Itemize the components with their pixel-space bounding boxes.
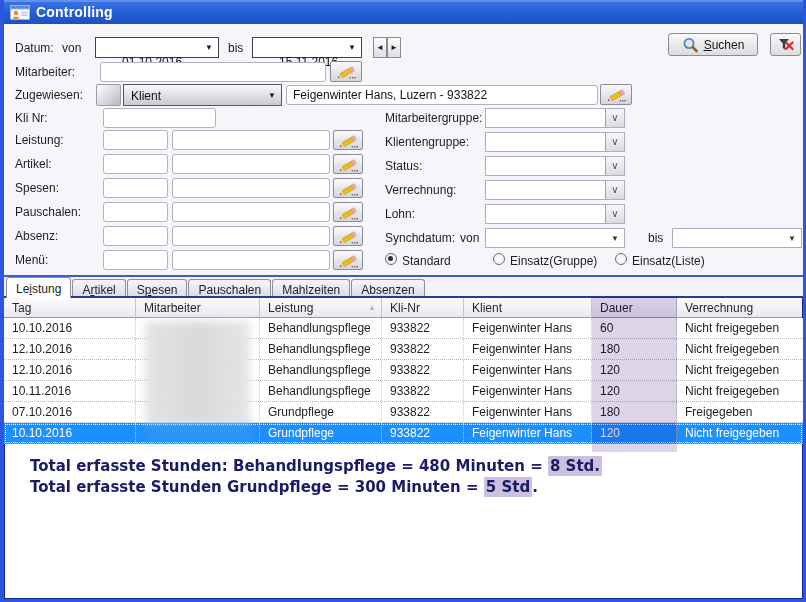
dropdown-arrow-icon: ▼ (348, 44, 356, 52)
cell-kli-nr: 933822 (382, 360, 464, 380)
column-header-tag[interactable]: Tag (4, 298, 136, 318)
zugewiesen-type-value: Klient (131, 89, 161, 103)
zugewiesen-input[interactable]: Feigenwinter Hans, Luzern - 933822 (286, 85, 598, 105)
table-row[interactable]: 10.10.2016 Behandlungspflege 933822 Feig… (4, 318, 803, 339)
search-button[interactable]: Suchen (668, 33, 758, 56)
synchdatum-von-picker[interactable]: . . : : ▼ (485, 228, 625, 248)
cell-leistung: Grundpflege (260, 402, 382, 422)
mitarbeiter-edit-button[interactable] (330, 61, 362, 82)
absenz-text-input[interactable] (172, 226, 330, 246)
zugewiesen-edit-button[interactable] (600, 84, 632, 105)
search-icon (682, 37, 699, 53)
date-next-button[interactable]: ► (387, 37, 401, 58)
search-label: Suchen (704, 38, 745, 52)
column-header-mitarbeiter[interactable]: Mitarbeiter (136, 298, 260, 318)
cell-tag: 12.10.2016 (4, 360, 136, 380)
menu-code-input[interactable] (103, 250, 168, 270)
mitarbeiter-input[interactable] (100, 62, 326, 82)
column-header-dauer[interactable]: Dauer (592, 298, 677, 318)
cell-leistung: Behandlungspflege (260, 318, 382, 338)
zugewiesen-toggle-button[interactable] (96, 84, 121, 106)
klientengruppe-combo[interactable]: ∨ (485, 132, 625, 152)
chevron-down-icon[interactable]: ∨ (605, 109, 624, 127)
menu-text-input[interactable] (172, 250, 330, 270)
app-icon (10, 5, 30, 20)
field-label: Mitarbeitergruppe: (385, 111, 482, 125)
table-row[interactable]: 07.10.2016 Grundpflege 933822 Feigenwint… (4, 402, 803, 423)
datum-bis-label: bis (228, 41, 243, 55)
cell-mitarbeiter (136, 339, 260, 359)
menu-edit-button[interactable] (333, 250, 363, 270)
cell-mitarbeiter (136, 318, 260, 338)
cell-tag: 10.10.2016 (4, 318, 136, 338)
lohn-combo[interactable]: ∨ (485, 204, 625, 224)
cell-klient: Feigenwinter Hans (464, 423, 592, 443)
absenz-code-input[interactable] (103, 226, 168, 246)
cell-leistung: Behandlungspflege (260, 339, 382, 359)
date-prev-button[interactable]: ◄ (373, 37, 387, 58)
filter-row-lohn: Lohn: ∨ (4, 204, 803, 226)
synch-von-label: von (460, 231, 479, 245)
pencil-icon (336, 64, 357, 79)
datum-bis-picker[interactable]: 15.11.2016 ▼ (252, 37, 362, 58)
chevron-down-icon[interactable]: ∨ (605, 133, 624, 151)
column-header-kli-nr[interactable]: Kli-Nr (382, 298, 464, 318)
table-row[interactable]: 10.11.2016 Behandlungspflege 933822 Feig… (4, 381, 803, 402)
mitarbeitergruppe-combo[interactable]: ∨ (485, 108, 625, 128)
cell-mitarbeiter (136, 423, 260, 443)
cell-tag: 10.10.2016 (4, 423, 136, 443)
table-row[interactable]: 12.10.2016 Behandlungspflege 933822 Feig… (4, 360, 803, 381)
cell-klient: Feigenwinter Hans (464, 360, 592, 380)
zugewiesen-type-combo[interactable]: Klient ▼ (123, 84, 282, 106)
chevron-down-icon[interactable]: ∨ (605, 157, 624, 175)
cell-verrechnung: Freigegeben (677, 402, 802, 422)
table-row[interactable]: 12.10.2016 Behandlungspflege 933822 Feig… (4, 339, 803, 360)
field-label: Menü: (15, 253, 48, 267)
cell-leistung: Behandlungspflege (260, 381, 382, 401)
clear-filter-button[interactable] (770, 33, 801, 56)
filter-row-absenz: Absenz: (4, 226, 404, 248)
pencil-icon (338, 229, 359, 244)
verrechnung-combo[interactable]: ∨ (485, 180, 625, 200)
cell-dauer: 120 (592, 360, 677, 380)
cell-dauer: 180 (592, 339, 677, 359)
synchdatum-bis-picker[interactable]: . . : : ▼ (672, 228, 802, 248)
dropdown-arrow-icon: ▼ (205, 44, 213, 52)
cell-klient: Feigenwinter Hans (464, 381, 592, 401)
result-table: 10.10.2016 Behandlungspflege 933822 Feig… (4, 318, 803, 444)
filter-row-verrechnung: Verrechnung: ∨ (4, 180, 803, 202)
table-header: Tag Mitarbeiter Leistung▲ Kli-Nr Klient … (4, 296, 803, 318)
synchdatum-bis-value: . . : : (697, 244, 758, 248)
radio-einsatz-liste[interactable] (615, 253, 627, 265)
sort-asc-icon: ▲ (368, 303, 376, 312)
cell-klient: Feigenwinter Hans (464, 402, 592, 422)
column-header-leistung[interactable]: Leistung▲ (260, 298, 382, 318)
radio-standard[interactable] (385, 253, 397, 265)
table-row-selected[interactable]: 10.10.2016 Grundpflege 933822 Feigenwint… (4, 423, 803, 444)
cell-verrechnung: Nicht freigegeben (677, 360, 802, 380)
chevron-down-icon[interactable]: ∨ (605, 205, 624, 223)
status-combo[interactable]: ∨ (485, 156, 625, 176)
cell-kli-nr: 933822 (382, 423, 464, 443)
field-label: Lohn: (385, 207, 415, 221)
cell-klient: Feigenwinter Hans (464, 318, 592, 338)
filter-row-mitarbeitergruppe: Mitarbeitergruppe: ∨ (4, 108, 803, 130)
cell-kli-nr: 933822 (382, 402, 464, 422)
column-header-klient[interactable]: Klient (464, 298, 592, 318)
datum-label: Datum: (15, 41, 54, 55)
cell-kli-nr: 933822 (382, 318, 464, 338)
controlling-window: Controlling Datum: von 01.10.2016 ▼ bis … (0, 0, 806, 602)
dropdown-arrow-icon: ▼ (788, 235, 796, 243)
zugewiesen-label: Zugewiesen: (15, 88, 83, 102)
cell-klient: Feigenwinter Hans (464, 339, 592, 359)
column-header-verrechnung[interactable]: Verrechnung (677, 298, 802, 318)
cell-mitarbeiter (136, 381, 260, 401)
absenz-edit-button[interactable] (333, 226, 363, 246)
datum-von-picker[interactable]: 01.10.2016 ▼ (95, 37, 219, 58)
tab-leistung[interactable]: Leistung (6, 277, 71, 298)
cell-tag: 10.11.2016 (4, 381, 136, 401)
radio-standard-label: Standard (402, 254, 451, 268)
chevron-down-icon[interactable]: ∨ (605, 181, 624, 199)
radio-einsatz-gruppe[interactable] (493, 253, 505, 265)
summary-line-behandlungspflege: Total erfasste Stunden: Behandlungspfleg… (30, 456, 602, 477)
